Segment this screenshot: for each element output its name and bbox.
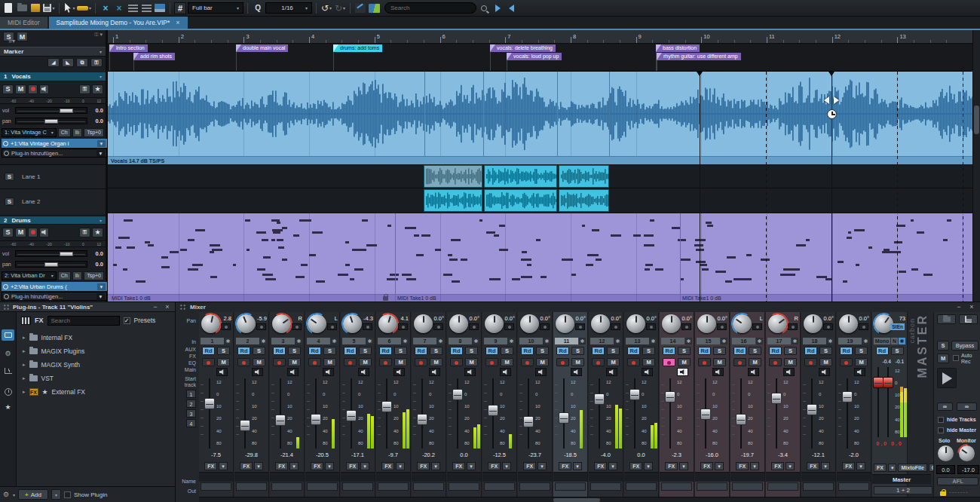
record-ready-button[interactable]: Rd [450, 347, 463, 355]
pan-knob[interactable] [201, 314, 220, 333]
chart-view-icon[interactable] [2, 365, 14, 376]
layers-button[interactable]: Ilı [72, 128, 82, 137]
scrollbar-handle[interactable] [553, 498, 600, 502]
mute-button[interactable]: M [359, 358, 372, 366]
pan-knob[interactable] [804, 314, 822, 333]
fader-track[interactable] [383, 378, 390, 448]
grid-mode-select[interactable]: Full bar▾ [188, 2, 243, 14]
instrument-select[interactable]: 1: Vita Vintage C▾ [2, 128, 57, 137]
plugin-slot-active[interactable]: +2:Vita Urban Drums ( ▾ [2, 282, 107, 291]
pan-monitor-icon[interactable] [504, 323, 514, 330]
track-solo-button[interactable]: S [2, 228, 14, 237]
lane-solo-button[interactable]: S [5, 197, 14, 206]
pan-knob[interactable] [485, 314, 504, 333]
solo-button[interactable]: S [749, 347, 761, 355]
fx-menu-caret[interactable]: ▾ [750, 462, 759, 470]
record-button[interactable] [485, 358, 498, 366]
record-button[interactable] [804, 358, 817, 366]
tree-item[interactable]: ▸Internal FX [17, 331, 175, 344]
lock-icon[interactable]: ⚿ [90, 58, 103, 67]
mute-button[interactable]: M [819, 358, 832, 366]
export-icon[interactable] [29, 2, 41, 14]
fader-handle[interactable] [665, 391, 675, 403]
channel-number[interactable]: 1 [201, 338, 224, 344]
color-mode-icon[interactable] [368, 2, 380, 14]
track-header-drums[interactable]: 2Drums▾ [0, 216, 106, 225]
fader-track[interactable] [418, 378, 426, 448]
dock-handle-icon[interactable] [3, 304, 10, 311]
master-mono-button[interactable]: Mono [874, 338, 890, 344]
track-freeze-icon[interactable]: ★ [92, 228, 103, 237]
fx-menu-caret[interactable]: ▾ [396, 462, 405, 470]
fx-menu-caret[interactable]: ▾ [573, 462, 582, 470]
pan-monitor-icon[interactable] [752, 323, 762, 330]
pan-knob[interactable] [733, 314, 752, 333]
plugin-search-input[interactable] [47, 316, 120, 326]
channel-number[interactable]: 12 [590, 338, 614, 344]
channel-settings-icon[interactable]: ✱ [473, 338, 479, 344]
auto-crossfade-icon[interactable]: × [113, 2, 125, 14]
monitor-speaker-icon[interactable] [500, 368, 511, 376]
transpose-button[interactable]: Tsp+0 [84, 128, 104, 137]
monitor-speaker-icon[interactable] [854, 368, 865, 376]
hide-master-checkbox[interactable] [938, 427, 944, 433]
fx-menu-caret[interactable]: ▾ [715, 462, 724, 470]
solo-button[interactable]: S [571, 347, 584, 355]
save-icon[interactable] [959, 314, 978, 324]
pan-monitor-icon[interactable] [611, 323, 620, 330]
lock-icon[interactable]: ⚿ ▾ [94, 32, 103, 44]
lane-solo-button[interactable]: S [5, 173, 14, 181]
pan-monitor-icon[interactable] [398, 323, 408, 330]
mute-button[interactable]: M [465, 358, 478, 366]
channel-number[interactable]: 6 [378, 338, 401, 344]
record-button[interactable] [273, 358, 286, 366]
channel-settings-icon[interactable]: ✱ [685, 338, 692, 344]
pan-knob[interactable] [308, 314, 326, 333]
pan-monitor-icon[interactable] [823, 323, 833, 330]
channel-output[interactable] [838, 482, 869, 491]
channel-output[interactable] [803, 482, 834, 491]
fx-button[interactable]: FX [665, 462, 678, 470]
record-ready-button[interactable]: Rd [769, 347, 782, 355]
channel-output[interactable] [201, 482, 231, 491]
pan-monitor-icon[interactable] [717, 323, 727, 330]
solo-button[interactable]: S [536, 347, 549, 355]
channel-settings-icon[interactable]: ✱ [366, 338, 373, 344]
record-button[interactable] [521, 358, 534, 366]
solo-button[interactable]: S [501, 347, 513, 355]
solo-button[interactable]: S [642, 347, 655, 355]
expand-icon[interactable]: ▸ [23, 335, 26, 341]
snap-settings-icon[interactable] [154, 2, 166, 14]
channel-output[interactable] [519, 482, 550, 491]
start-track-button[interactable]: 2 [186, 399, 196, 408]
fader-track[interactable] [631, 378, 639, 448]
fx-menu-caret[interactable]: ▾ [431, 462, 440, 470]
pan-knob[interactable] [662, 314, 681, 333]
fader-handle[interactable] [346, 410, 357, 421]
crossfade-icon[interactable]: ⧉ [76, 58, 88, 67]
side-mute-button[interactable]: M [937, 354, 949, 363]
pan-monitor-icon[interactable] [681, 323, 691, 330]
channel-output[interactable] [661, 482, 692, 491]
fader-track[interactable] [773, 378, 780, 448]
fx-button[interactable]: FX [629, 462, 642, 470]
record-button[interactable] [627, 358, 640, 366]
channel-output[interactable] [413, 482, 444, 491]
marker-lane[interactable]: intro sectionadd rim shotsdouble main vo… [108, 44, 972, 72]
record-ready-button[interactable]: Rd [237, 347, 250, 355]
record-ready-button[interactable]: Rd [485, 347, 498, 355]
fx-button[interactable]: FX [700, 462, 713, 470]
lock-icon[interactable] [383, 296, 388, 301]
channel-settings-icon[interactable]: ✱ [650, 338, 657, 344]
record-button[interactable] [592, 358, 605, 366]
channel-button[interactable]: Ch [58, 271, 71, 280]
monitor-speaker-icon[interactable] [535, 368, 547, 376]
pan-monitor-icon[interactable] [469, 323, 479, 330]
master-n-button[interactable]: N [891, 338, 898, 344]
marker-flag[interactable]: vocals: loud pop up [507, 53, 562, 60]
power-icon[interactable] [4, 294, 9, 299]
track-lock-icon[interactable]: ⚿ [79, 228, 90, 237]
monitor-speaker-icon[interactable] [429, 368, 440, 376]
channel-button[interactable]: Ch [58, 128, 71, 137]
chevron-down-icon[interactable]: ▾ [13, 492, 15, 497]
